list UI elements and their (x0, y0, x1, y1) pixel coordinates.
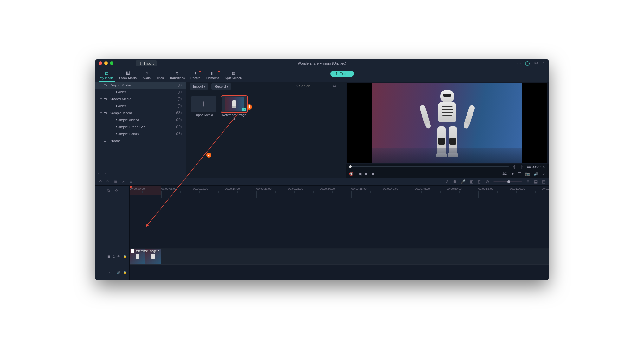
cut-icon[interactable]: ✂ (122, 179, 125, 184)
minimize-button[interactable] (104, 61, 108, 65)
empty-track-lane[interactable] (130, 195, 549, 249)
playhead[interactable] (130, 186, 130, 280)
folder-icon: 🗀 (105, 71, 109, 76)
tile-label: Reference Image 2 (222, 113, 247, 120)
cloud-sync-icon[interactable]: ◯ (525, 61, 530, 66)
tracks-area[interactable]: 00:00:00:0000:00:05:0000:00:10:0000:00:1… (130, 186, 549, 280)
import-media-tile[interactable]: ⭳ Import Media (191, 96, 216, 117)
step-back-icon[interactable]: I◀ (357, 172, 361, 176)
audio-track-head[interactable]: ♪1 🔊 🔓 (95, 265, 129, 280)
timeline-ruler[interactable]: 00:00:00:0000:00:05:0000:00:10:0000:00:1… (130, 186, 549, 195)
preview-canvas[interactable] (347, 83, 547, 163)
export-button[interactable]: ⭱Export (330, 71, 354, 77)
tab-split-screen[interactable]: ▦Split Screen (222, 70, 244, 82)
redo-icon[interactable]: ↷ (106, 179, 109, 184)
tree-row[interactable]: ⊡Photos (95, 137, 186, 144)
zoom-slider[interactable] (493, 181, 522, 182)
video-track-head[interactable]: ▣1 👁 🔓 (95, 249, 129, 265)
check-icon: ✓ (242, 108, 246, 111)
upload-icon: ⭱ (335, 72, 338, 76)
shapes-icon: ◧ (210, 71, 214, 76)
tab-effects[interactable]: ✦Effects (188, 70, 203, 82)
record-dropdown[interactable]: Record ▾ (211, 83, 231, 90)
new-folder-icon[interactable]: 🗀 (97, 173, 101, 177)
zoom-fit-icon[interactable]: ⬓ (534, 179, 538, 184)
timeline: ⧉ ⟲ ▣1 👁 🔓 ♪1 🔊 🔓 00:00:00:0000:00:05:00… (95, 185, 549, 280)
link-icon[interactable]: ⧉ (107, 188, 110, 193)
timeline-view-icon[interactable]: ▤ (542, 179, 545, 184)
tree-row[interactable]: Sample Videos(20) (95, 116, 186, 123)
tree-row[interactable]: Sample Green Scr...(10) (95, 123, 186, 130)
new-folder-plus-icon[interactable]: 🗀 (104, 173, 108, 177)
undo-icon[interactable]: ↶ (99, 179, 102, 184)
tab-elements[interactable]: ◧Elements (203, 70, 222, 82)
tab-titles[interactable]: TTitles (154, 70, 166, 82)
volume-icon[interactable]: 🔊 (534, 172, 538, 176)
notification-icon[interactable]: ♀ (542, 61, 545, 66)
chevron-down-icon[interactable]: ▾ (512, 172, 514, 176)
lock-icon[interactable]: 🔓 (123, 255, 127, 258)
close-button[interactable] (99, 61, 102, 65)
delete-icon[interactable]: 🗑 (114, 179, 118, 184)
maximize-button[interactable] (110, 61, 113, 65)
marker-icon[interactable]: ⬢ (453, 179, 456, 184)
settings-icon[interactable]: ≡ (130, 179, 132, 184)
annotation-step-1: 1 (247, 104, 252, 110)
app-window: ⭳ Import Wondershare Filmora (Untitled) … (95, 59, 549, 280)
robot-figure (430, 90, 465, 156)
snapshot-icon[interactable]: 📷 (525, 172, 530, 176)
tree-row[interactable]: Sample Colors(25) (95, 130, 186, 137)
account-icon[interactable]: ◡ (517, 61, 521, 66)
zoom-in-icon[interactable]: ⊕ (526, 179, 530, 184)
window-title: Wondershare Filmora (Untitled) (298, 61, 346, 65)
tree-row[interactable]: Folder(0) (95, 103, 186, 110)
tab-audio[interactable]: ♫Audio (140, 70, 153, 82)
prev-segment-icon[interactable]: ⦃ (512, 164, 516, 169)
magnet-icon[interactable]: ⟲ (114, 188, 118, 193)
scrubber[interactable] (349, 166, 509, 167)
main-area: ▾🗀Project Media(1)Folder(1)▾🗀Shared Medi… (95, 82, 549, 178)
tab-stock-media[interactable]: 🖼Stock Media (117, 70, 139, 82)
crop-icon[interactable]: ⬚ (478, 179, 481, 184)
annotation-step-2: 2 (206, 153, 211, 158)
tab-my-media[interactable]: 🗀My Media (97, 70, 116, 82)
speaker-icon[interactable]: 🔊 (117, 271, 120, 274)
zoom-out-icon[interactable]: ⊖ (486, 179, 489, 184)
sparkle-icon: ✦ (194, 71, 197, 76)
eye-icon[interactable]: 👁 (117, 255, 120, 258)
filter-icon[interactable]: ⩸ (333, 84, 337, 89)
scrubber-row: ⦃ ⦄ 00:00:00:00 (346, 164, 549, 170)
tree-row[interactable]: Folder(1) (95, 89, 186, 96)
message-icon[interactable]: ✉ (534, 61, 538, 66)
scrubber-handle[interactable] (349, 165, 352, 168)
grid-view-icon[interactable]: ⠿ (339, 84, 342, 89)
render-icon[interactable]: ⊙ (446, 179, 449, 184)
video-track-1[interactable]: Reference Image 2 (130, 249, 549, 265)
tree-row[interactable]: ▾🗀Shared Media(0) (95, 96, 186, 103)
mixer-icon[interactable]: ◧ (470, 179, 473, 184)
import-button[interactable]: ⭳ Import (136, 60, 157, 66)
chevron-down-icon: ▾ (227, 85, 228, 88)
search-icon: ⌕ (296, 84, 298, 88)
lock-icon[interactable]: 🔓 (123, 271, 127, 274)
tab-transitions[interactable]: ⤭Transitions (167, 70, 188, 82)
media-grid: ⭳ Import Media ✓ Reference Image 2 1 (186, 91, 346, 178)
import-label: Import (144, 61, 154, 65)
media-tile-ref2[interactable]: ✓ Reference Image 2 1 (222, 96, 247, 120)
tree-row[interactable]: ▾🗀Project Media(1) (95, 82, 186, 89)
fullscreen-icon[interactable]: ⤢ (542, 172, 545, 176)
voiceover-icon[interactable]: 🎤 (461, 179, 466, 184)
search-input[interactable] (299, 84, 325, 88)
text-icon: T (159, 71, 161, 76)
timeline-clip[interactable]: Reference Image 2 (130, 249, 161, 264)
monitor-icon[interactable]: 🖵 (518, 172, 521, 176)
image-icon: 🖼 (126, 71, 130, 76)
stop-icon[interactable]: ■ (372, 172, 374, 176)
import-dropdown[interactable]: Import ▾ (190, 83, 208, 90)
mute-icon[interactable]: 🔇 (349, 172, 354, 176)
next-segment-icon[interactable]: ⦄ (519, 164, 524, 169)
music-icon: ♪ (108, 271, 110, 274)
play-icon[interactable]: ▶ (365, 172, 368, 176)
tree-row[interactable]: ▾🗀Sample Media(55) (95, 110, 186, 116)
audio-track-1[interactable] (130, 265, 549, 280)
